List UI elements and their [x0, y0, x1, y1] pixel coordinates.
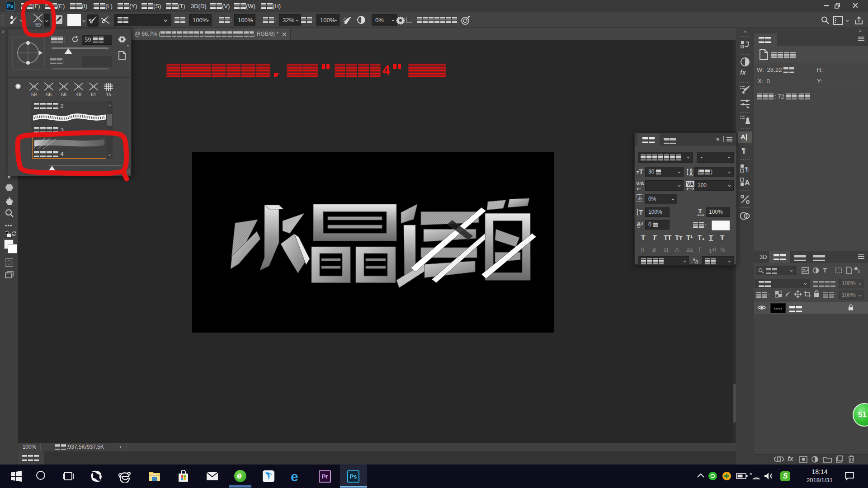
svg-text:T: T: [639, 208, 643, 216]
svg-text:¶: ¶: [745, 165, 749, 173]
svg-text:T: T: [698, 207, 702, 215]
svg-text:A: A: [689, 172, 693, 176]
svg-text:A: A: [745, 179, 750, 187]
svg-text:a: a: [641, 221, 643, 225]
